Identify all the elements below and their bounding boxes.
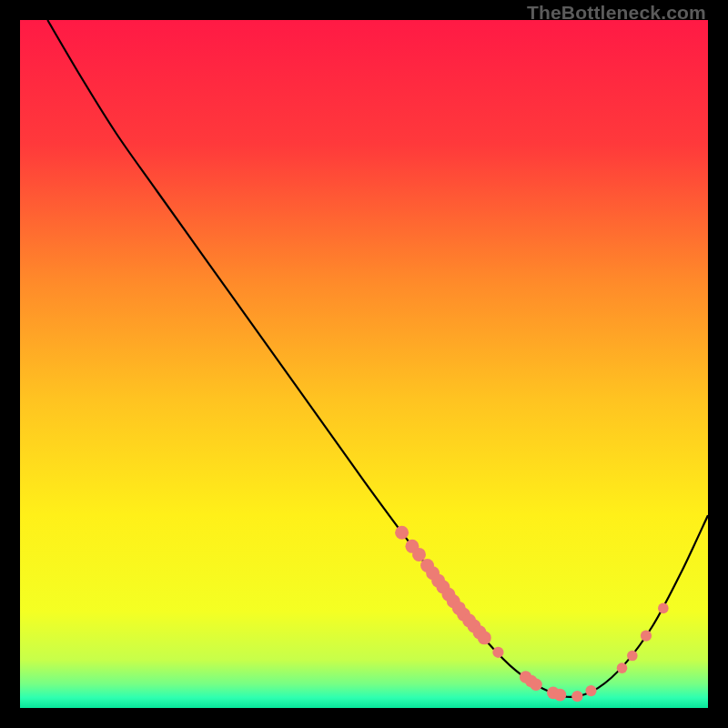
marker-dot <box>617 662 628 673</box>
marker-dot <box>395 526 409 540</box>
marker-dot <box>658 603 669 614</box>
gradient-background <box>20 20 708 708</box>
marker-dot <box>478 631 491 644</box>
marker-dot <box>585 685 596 696</box>
marker-dot <box>530 679 542 692</box>
marker-dot <box>627 651 638 662</box>
marker-dot <box>412 548 426 561</box>
marker-dot <box>554 689 567 702</box>
bottleneck-chart <box>20 20 708 708</box>
marker-dot <box>492 647 503 658</box>
marker-dot <box>571 691 582 702</box>
marker-dot <box>641 631 652 642</box>
